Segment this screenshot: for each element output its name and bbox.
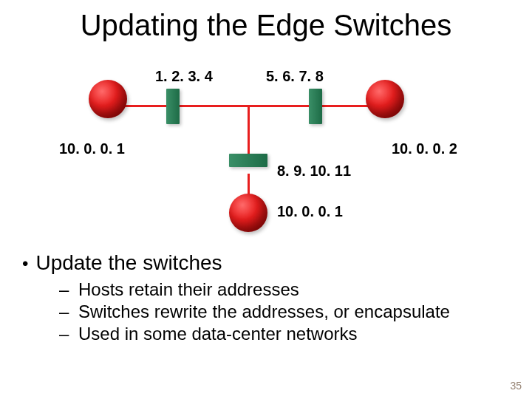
host-right-node xyxy=(366,80,404,118)
bullet-sub-2-text: Used in some data-center networks xyxy=(78,324,358,344)
switch-left xyxy=(166,89,180,124)
page-number: 35 xyxy=(510,380,522,392)
bullet-sub-0: – Hosts retain their addresses xyxy=(59,279,510,300)
bullet-main: • Update the switches xyxy=(22,251,510,275)
bullet-sub-1-text: Switches rewrite the addresses, or encap… xyxy=(78,301,450,322)
bullet-sub-1: – Switches rewrite the addresses, or enc… xyxy=(59,301,510,322)
switch-right-label: 5. 6. 7. 8 xyxy=(266,68,324,85)
host-left-label: 10. 0. 0. 1 xyxy=(59,140,125,157)
text-content: • Update the switches – Hosts retain the… xyxy=(22,251,510,344)
host-mid-label: 10. 0. 0. 1 xyxy=(277,203,343,220)
host-mid-node xyxy=(229,194,267,232)
switch-mid-label: 8. 9. 10. 11 xyxy=(277,163,351,180)
dash-icon: – xyxy=(59,324,71,344)
link-mid-vertical xyxy=(248,106,250,154)
host-left-node xyxy=(89,80,127,118)
bullet-sub-2: – Used in some data-center networks xyxy=(59,324,510,344)
bullet-sub-0-text: Hosts retain their addresses xyxy=(78,279,299,300)
bullet-main-text: Update the switches xyxy=(35,251,222,275)
switch-left-label: 1. 2. 3. 4 xyxy=(155,68,213,85)
slide: Updating the Edge Switches 1. 2. 3. 4 5.… xyxy=(0,0,532,399)
bullet-icon: • xyxy=(22,255,28,273)
slide-title: Updating the Edge Switches xyxy=(0,9,532,42)
dash-icon: – xyxy=(59,279,71,300)
switch-right xyxy=(309,89,322,124)
host-right-label: 10. 0. 0. 2 xyxy=(392,140,457,157)
dash-icon: – xyxy=(59,301,71,322)
switch-mid xyxy=(229,154,267,167)
network-diagram: 1. 2. 3. 4 5. 6. 7. 8 10. 0. 0. 1 10. 0.… xyxy=(0,66,532,236)
